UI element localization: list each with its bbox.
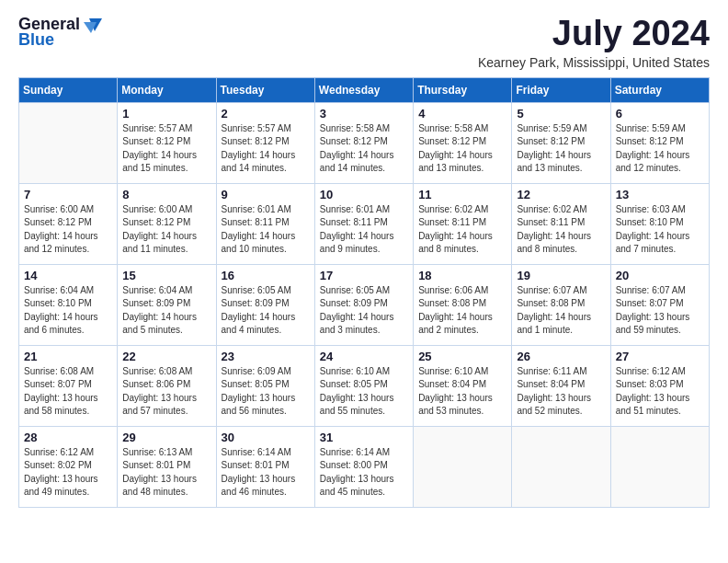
header-wednesday: Wednesday [314, 77, 413, 102]
page-header: General Blue July 2024 Kearney Park, Mis… [18, 15, 710, 70]
calendar-cell: 17Sunrise: 6:05 AMSunset: 8:09 PMDayligh… [314, 264, 413, 345]
day-number: 21 [24, 350, 112, 363]
day-number: 20 [616, 269, 704, 282]
calendar-cell: 13Sunrise: 6:03 AMSunset: 8:10 PMDayligh… [610, 183, 709, 264]
day-number: 19 [517, 269, 605, 282]
day-number: 22 [122, 350, 210, 363]
calendar-cell: 11Sunrise: 6:02 AMSunset: 8:11 PMDayligh… [414, 183, 512, 264]
calendar-cell: 21Sunrise: 6:08 AMSunset: 8:07 PMDayligh… [19, 345, 118, 426]
cell-info: Sunrise: 6:10 AMSunset: 8:04 PMDaylight:… [418, 365, 506, 419]
day-number: 7 [24, 188, 112, 201]
cell-info: Sunrise: 6:10 AMSunset: 8:05 PMDaylight:… [320, 365, 408, 419]
cell-info: Sunrise: 6:00 AMSunset: 8:12 PMDaylight:… [24, 203, 112, 257]
calendar-cell: 12Sunrise: 6:02 AMSunset: 8:11 PMDayligh… [512, 183, 610, 264]
header-monday: Monday [118, 77, 216, 102]
calendar-cell: 14Sunrise: 6:04 AMSunset: 8:10 PMDayligh… [19, 264, 118, 345]
calendar-cell: 3Sunrise: 5:58 AMSunset: 8:12 PMDaylight… [314, 102, 413, 183]
cell-info: Sunrise: 5:57 AMSunset: 8:12 PMDaylight:… [222, 122, 310, 176]
header-row: SundayMondayTuesdayWednesdayThursdayFrid… [19, 77, 710, 102]
cell-info: Sunrise: 5:57 AMSunset: 8:12 PMDaylight:… [122, 122, 210, 176]
day-number: 24 [320, 350, 408, 363]
cell-info: Sunrise: 6:01 AMSunset: 8:11 PMDaylight:… [320, 203, 408, 257]
calendar-cell: 26Sunrise: 6:11 AMSunset: 8:04 PMDayligh… [512, 345, 610, 426]
logo-icon [82, 17, 102, 33]
day-number: 30 [222, 431, 310, 444]
header-thursday: Thursday [414, 77, 512, 102]
cell-info: Sunrise: 6:14 AMSunset: 8:01 PMDaylight:… [222, 446, 310, 500]
day-number: 23 [222, 350, 310, 363]
calendar-cell: 27Sunrise: 6:12 AMSunset: 8:03 PMDayligh… [610, 345, 709, 426]
day-number: 31 [320, 431, 408, 444]
day-number: 29 [122, 431, 210, 444]
calendar-cell: 6Sunrise: 5:59 AMSunset: 8:12 PMDaylight… [610, 102, 709, 183]
day-number: 15 [122, 269, 210, 282]
day-number: 26 [517, 350, 605, 363]
week-row-0: 1Sunrise: 5:57 AMSunset: 8:12 PMDaylight… [19, 102, 710, 183]
calendar-cell: 1Sunrise: 5:57 AMSunset: 8:12 PMDaylight… [118, 102, 216, 183]
cell-info: Sunrise: 6:05 AMSunset: 8:09 PMDaylight:… [222, 284, 310, 338]
calendar-cell: 8Sunrise: 6:00 AMSunset: 8:12 PMDaylight… [118, 183, 216, 264]
day-number: 1 [122, 107, 210, 121]
day-number: 13 [616, 188, 704, 201]
calendar-cell: 22Sunrise: 6:08 AMSunset: 8:06 PMDayligh… [118, 345, 216, 426]
calendar-cell: 30Sunrise: 6:14 AMSunset: 8:01 PMDayligh… [216, 426, 314, 507]
cell-info: Sunrise: 6:08 AMSunset: 8:06 PMDaylight:… [122, 365, 210, 419]
calendar-cell: 29Sunrise: 6:13 AMSunset: 8:01 PMDayligh… [118, 426, 216, 507]
day-number: 16 [222, 269, 310, 282]
calendar-cell: 4Sunrise: 5:58 AMSunset: 8:12 PMDaylight… [414, 102, 512, 183]
calendar-cell: 25Sunrise: 6:10 AMSunset: 8:04 PMDayligh… [414, 345, 512, 426]
calendar-cell: 9Sunrise: 6:01 AMSunset: 8:11 PMDaylight… [216, 183, 314, 264]
calendar-cell: 16Sunrise: 6:05 AMSunset: 8:09 PMDayligh… [216, 264, 314, 345]
cell-info: Sunrise: 6:01 AMSunset: 8:11 PMDaylight:… [222, 203, 310, 257]
logo-blue: Blue [18, 30, 54, 50]
cell-info: Sunrise: 6:04 AMSunset: 8:10 PMDaylight:… [24, 284, 112, 338]
cell-info: Sunrise: 6:00 AMSunset: 8:12 PMDaylight:… [122, 203, 210, 257]
cell-info: Sunrise: 6:12 AMSunset: 8:03 PMDaylight:… [616, 365, 704, 419]
day-number: 11 [418, 188, 506, 201]
location-title: Kearney Park, Mississippi, United States [478, 55, 710, 70]
week-row-1: 7Sunrise: 6:00 AMSunset: 8:12 PMDaylight… [19, 183, 710, 264]
cell-info: Sunrise: 6:09 AMSunset: 8:05 PMDaylight:… [222, 365, 310, 419]
day-number: 5 [517, 107, 605, 121]
day-number: 18 [418, 269, 506, 282]
cell-info: Sunrise: 6:04 AMSunset: 8:09 PMDaylight:… [122, 284, 210, 338]
day-number: 2 [222, 107, 310, 121]
day-number: 12 [517, 188, 605, 201]
day-number: 25 [418, 350, 506, 363]
cell-info: Sunrise: 6:07 AMSunset: 8:08 PMDaylight:… [517, 284, 605, 338]
day-number: 4 [418, 107, 506, 121]
calendar-cell: 23Sunrise: 6:09 AMSunset: 8:05 PMDayligh… [216, 345, 314, 426]
calendar-cell [414, 426, 512, 507]
cell-info: Sunrise: 5:59 AMSunset: 8:12 PMDaylight:… [616, 122, 704, 176]
cell-info: Sunrise: 6:07 AMSunset: 8:07 PMDaylight:… [616, 284, 704, 338]
cell-info: Sunrise: 5:58 AMSunset: 8:12 PMDaylight:… [418, 122, 506, 176]
cell-info: Sunrise: 6:05 AMSunset: 8:09 PMDaylight:… [320, 284, 408, 338]
calendar-cell: 10Sunrise: 6:01 AMSunset: 8:11 PMDayligh… [314, 183, 413, 264]
calendar-cell [19, 102, 118, 183]
cell-info: Sunrise: 6:02 AMSunset: 8:11 PMDaylight:… [517, 203, 605, 257]
calendar-cell: 20Sunrise: 6:07 AMSunset: 8:07 PMDayligh… [610, 264, 709, 345]
calendar-cell: 31Sunrise: 6:14 AMSunset: 8:00 PMDayligh… [314, 426, 413, 507]
day-number: 14 [24, 269, 112, 282]
calendar-cell: 15Sunrise: 6:04 AMSunset: 8:09 PMDayligh… [118, 264, 216, 345]
cell-info: Sunrise: 5:59 AMSunset: 8:12 PMDaylight:… [517, 122, 605, 176]
day-number: 9 [222, 188, 310, 201]
calendar-cell: 18Sunrise: 6:06 AMSunset: 8:08 PMDayligh… [414, 264, 512, 345]
logo: General Blue [18, 15, 102, 50]
week-row-3: 21Sunrise: 6:08 AMSunset: 8:07 PMDayligh… [19, 345, 710, 426]
month-title: July 2024 [478, 15, 710, 53]
day-number: 28 [24, 431, 112, 444]
calendar-cell: 28Sunrise: 6:12 AMSunset: 8:02 PMDayligh… [19, 426, 118, 507]
day-number: 3 [320, 107, 408, 121]
cell-info: Sunrise: 6:08 AMSunset: 8:07 PMDaylight:… [24, 365, 112, 419]
header-tuesday: Tuesday [216, 77, 314, 102]
calendar-cell [610, 426, 709, 507]
calendar-cell [512, 426, 610, 507]
day-number: 10 [320, 188, 408, 201]
cell-info: Sunrise: 6:06 AMSunset: 8:08 PMDaylight:… [418, 284, 506, 338]
day-number: 8 [122, 188, 210, 201]
header-sunday: Sunday [19, 77, 118, 102]
week-row-4: 28Sunrise: 6:12 AMSunset: 8:02 PMDayligh… [19, 426, 710, 507]
calendar-cell: 24Sunrise: 6:10 AMSunset: 8:05 PMDayligh… [314, 345, 413, 426]
header-saturday: Saturday [610, 77, 709, 102]
